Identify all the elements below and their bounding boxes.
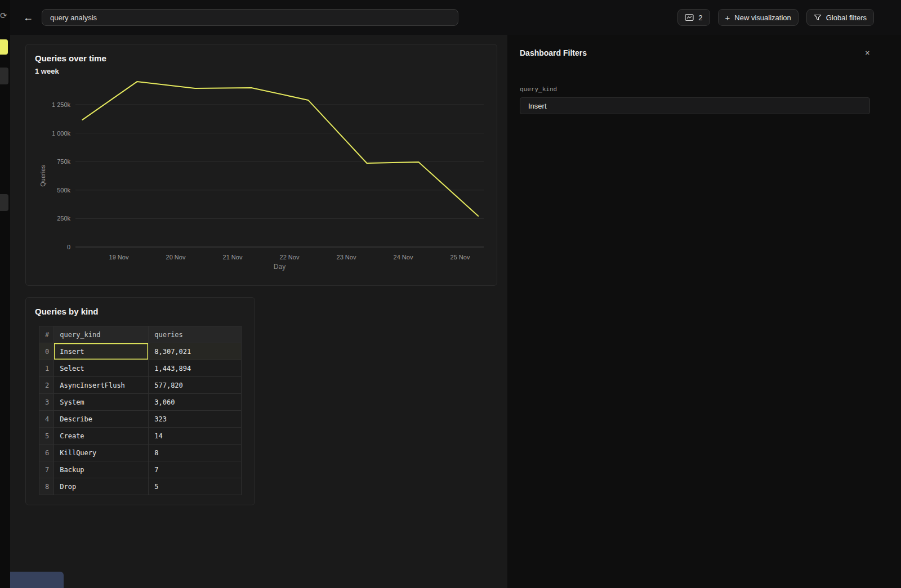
row-index-cell: 5 [39,428,54,445]
queries-table: # query_kind queries 0Insert8,307,0211Se… [39,326,242,495]
global-filters-label: Global filters [826,14,867,22]
bottom-left-overlay [10,572,64,588]
query-kind-filter-input[interactable] [520,97,870,114]
topbar: ← 2 + New visualization Global filters [10,0,901,35]
row-index-cell: 2 [39,377,54,394]
x-tick-label: 24 Nov [394,254,413,261]
table-row: 0Insert8,307,021 [39,343,242,360]
queries-table-body: 0Insert8,307,0211Select1,443,8942AsyncIn… [39,343,242,495]
visualization-count-button[interactable]: 2 [677,9,710,26]
row-index-cell: 8 [39,478,54,495]
sidebar-item[interactable] [0,68,8,84]
x-tick-label: 21 Nov [223,254,243,261]
y-tick-label: 500k [57,187,70,194]
y-axis-title: Queries [39,165,46,187]
queries-count-cell: 7 [149,461,242,478]
history-icon[interactable]: ⟳ [0,11,7,20]
x-tick-label: 23 Nov [337,254,356,261]
query-kind-cell[interactable]: Backup [54,461,149,478]
filter-field-label: query_kind [520,86,870,93]
y-tick-label: 750k [57,158,70,165]
panels-icon [685,14,694,21]
query-kind-cell[interactable]: System [54,394,149,411]
sidebar-item[interactable] [0,194,8,211]
queries-by-kind-card: Queries by kind # query_kind queries 0In… [25,297,255,505]
table-row: 5Create14 [39,428,242,445]
queries-series-line[interactable] [82,82,478,216]
table-header-row: # query_kind queries [39,326,242,343]
query-kind-cell[interactable]: KillQuery [54,445,149,461]
global-filters-button[interactable]: Global filters [806,9,874,26]
queries-count-cell: 3,060 [149,394,242,411]
y-tick-label: 250k [57,215,70,222]
table-row: 3System3,060 [39,394,242,411]
table-row: 8Drop5 [39,478,242,495]
chart-subtitle: 1 week [35,67,59,75]
x-tick-label: 25 Nov [450,254,470,261]
funnel-icon [814,14,822,21]
query-kind-cell[interactable]: Create [54,428,149,445]
queries-count-cell: 8,307,021 [149,343,242,360]
row-index-cell: 0 [39,343,54,360]
y-tick-label: 0 [67,244,70,250]
row-index-cell: 1 [39,360,54,377]
query-kind-cell[interactable]: Describe [54,411,149,428]
table-row: 4Describe323 [39,411,242,428]
plus-icon: + [725,14,730,22]
table-row: 2AsyncInsertFlush577,820 [39,377,242,394]
filters-panel-header: Dashboard Filters ✕ [520,48,870,57]
topbar-actions: 2 + New visualization Global filters [677,9,874,26]
queries-count-cell: 577,820 [149,377,242,394]
queries-count-cell: 1,443,894 [149,360,242,377]
new-visualization-label: New visualization [734,14,791,22]
column-header-index: # [39,326,54,343]
x-tick-label: 19 Nov [109,254,129,261]
y-tick-label: 1 250k [52,101,71,108]
queries-count-cell: 14 [149,428,242,445]
table-row: 6KillQuery8 [39,445,242,461]
row-index-cell: 4 [39,411,54,428]
row-index-cell: 7 [39,461,54,478]
queries-count-cell: 323 [149,411,242,428]
back-button[interactable]: ← [21,12,35,24]
close-icon[interactable]: ✕ [865,50,870,57]
column-header-queries: queries [149,326,242,343]
new-visualization-button[interactable]: + New visualization [718,9,799,26]
queries-over-time-card: 0250k500k750k1 000k1 250k19 Nov20 Nov21 … [25,44,497,286]
queries-count-cell: 8 [149,445,242,461]
query-kind-cell[interactable]: AsyncInsertFlush [54,377,149,394]
dashboard-filters-panel: Dashboard Filters ✕ query_kind [507,35,901,588]
row-index-cell: 3 [39,394,54,411]
visualization-count: 2 [698,14,702,22]
line-chart-svg[interactable]: 0250k500k750k1 000k1 250k19 Nov20 Nov21 … [26,44,498,285]
x-tick-label: 22 Nov [280,254,300,261]
queries-count-cell: 5 [149,478,242,495]
chart-title: Queries over time [35,53,106,63]
x-tick-label: 20 Nov [166,254,186,261]
dashboard-title-input[interactable] [42,9,458,26]
query-kind-cell[interactable]: Insert [54,343,149,360]
row-index-cell: 6 [39,445,54,461]
sidebar-item-active[interactable] [0,39,8,55]
y-tick-label: 1 000k [52,130,71,137]
filters-panel-title: Dashboard Filters [520,48,587,57]
table-row: 1Select1,443,894 [39,360,242,377]
column-header-query-kind: query_kind [54,326,149,343]
x-axis-title: Day [274,263,286,271]
query-kind-cell[interactable]: Select [54,360,149,377]
query-kind-cell[interactable]: Drop [54,478,149,495]
dashboard-canvas: 0250k500k750k1 000k1 250k19 Nov20 Nov21 … [10,35,901,588]
table-title: Queries by kind [35,307,99,316]
table-row: 7Backup7 [39,461,242,478]
left-sidebar: ⟳ [0,0,10,588]
